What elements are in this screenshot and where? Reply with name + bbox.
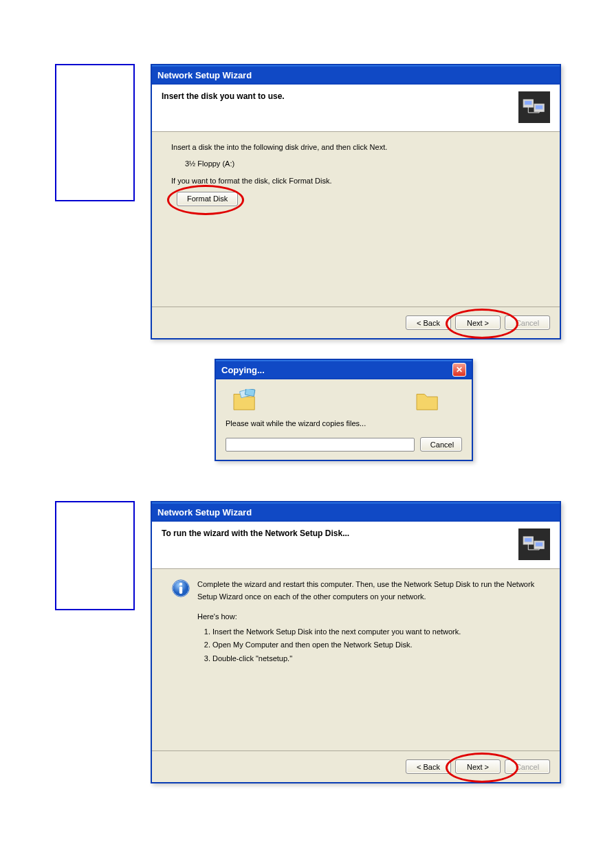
back-button[interactable]: < Back xyxy=(406,315,451,330)
margin-box-1 xyxy=(55,64,135,201)
how-heading: Here's how: xyxy=(197,611,540,623)
close-icon[interactable]: ✕ xyxy=(452,363,466,377)
footer-buttons: < Back Next > Cancel xyxy=(152,307,560,338)
dialog-title: Network Setup Wizard xyxy=(157,70,252,80)
network-setup-wizard-dialog-1: Network Setup Wizard Insert the disk you… xyxy=(151,64,561,340)
cancel-button: Cancel xyxy=(505,759,550,774)
svg-rect-1 xyxy=(525,101,532,105)
network-computer-icon xyxy=(518,91,550,123)
step-item: Double-click "netsetup." xyxy=(212,653,540,665)
info-icon xyxy=(171,579,190,602)
svg-rect-13 xyxy=(179,586,182,594)
svg-rect-7 xyxy=(525,538,532,542)
svg-point-12 xyxy=(179,583,182,586)
wait-text: Please wait while the wizard copies file… xyxy=(226,419,462,427)
format-disk-button[interactable]: Format Disk xyxy=(177,192,238,206)
margin-box-2 xyxy=(55,501,135,610)
cancel-button: Cancel xyxy=(505,315,550,330)
header-text: Insert the disk you want to use. xyxy=(162,91,285,101)
format-instruction: If you want to format the disk, click Fo… xyxy=(171,175,540,188)
steps-list: Insert the Network Setup Disk into the n… xyxy=(197,626,540,665)
dialog-title: Copying... xyxy=(221,365,265,375)
dialog-header: Insert the disk you want to use. xyxy=(152,85,560,132)
titlebar: Copying... ✕ xyxy=(216,360,472,379)
dialog-title: Network Setup Wizard xyxy=(157,507,252,518)
svg-rect-3 xyxy=(536,105,543,109)
step-item: Open My Computer and then open the Netwo… xyxy=(212,639,540,652)
folder-paper-icon xyxy=(232,389,259,414)
footer-buttons: < Back Next > Cancel xyxy=(152,750,560,782)
drive-name: 3½ Floppy (A:) xyxy=(185,158,540,170)
dialog-header: To run the wizard with the Network Setup… xyxy=(152,522,560,569)
network-setup-wizard-dialog-2: Network Setup Wizard To run the wizard w… xyxy=(151,501,561,783)
cancel-button[interactable]: Cancel xyxy=(420,437,462,452)
folder-icon xyxy=(415,389,441,414)
titlebar: Network Setup Wizard xyxy=(152,502,560,522)
instruction-text: Insert a disk the into the following dis… xyxy=(171,142,540,154)
titlebar: Network Setup Wizard xyxy=(152,65,560,85)
back-button[interactable]: < Back xyxy=(406,759,451,774)
progress-bar xyxy=(226,438,415,452)
network-computer-icon xyxy=(518,528,550,560)
header-text: To run the wizard with the Network Setup… xyxy=(162,528,349,538)
step-item: Insert the Network Setup Disk into the n… xyxy=(212,626,540,638)
svg-rect-9 xyxy=(536,542,543,546)
next-button[interactable]: Next > xyxy=(455,315,501,330)
intro-text: Complete the wizard and restart this com… xyxy=(197,579,540,603)
svg-rect-5 xyxy=(245,389,255,397)
copying-dialog: Copying... ✕ Please wait while the wizar… xyxy=(215,359,473,461)
next-button[interactable]: Next > xyxy=(455,759,501,774)
